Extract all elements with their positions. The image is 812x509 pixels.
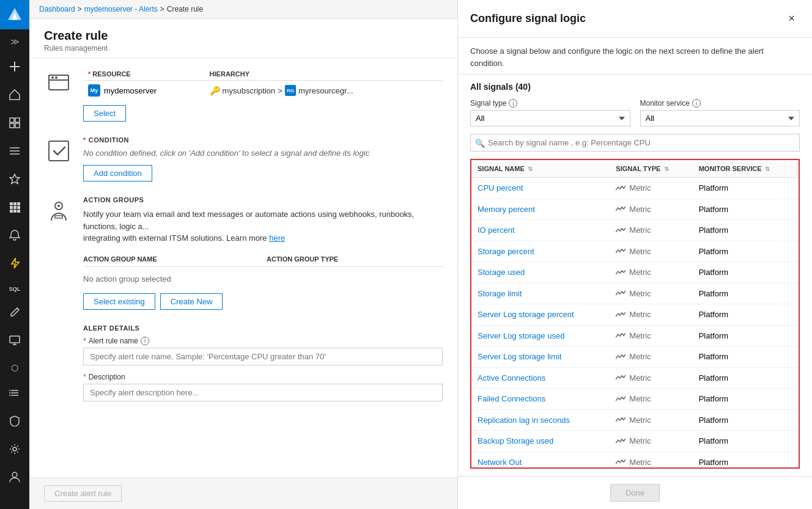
signal-name-cell: Backup Storage used	[471, 431, 610, 452]
signal-type-cell: Metric	[610, 262, 692, 284]
signal-name-link[interactable]: Storage used	[478, 268, 525, 277]
signal-name-link[interactable]: Active Connections	[478, 373, 545, 383]
signal-service-cell: Platform	[693, 199, 799, 220]
favorites-icon[interactable]	[0, 166, 29, 194]
signal-row[interactable]: CPU percent Metric Platform	[471, 178, 799, 199]
signal-name-sort-icon[interactable]: ⇅	[528, 166, 533, 172]
signal-row[interactable]: Backup Storage used Metric Platform	[471, 431, 799, 452]
sql-icon[interactable]: SQL	[0, 279, 29, 299]
select-existing-button[interactable]: Select existing	[83, 293, 155, 310]
signal-row[interactable]: Server Log storage used Metric Platform	[471, 325, 799, 346]
gear-icon[interactable]	[0, 436, 29, 464]
monitor-service-select[interactable]: All	[640, 110, 800, 126]
signal-row[interactable]: IO percent Metric Platform	[471, 220, 799, 241]
configure-signal-panel: Configure signal logic × Choose a signal…	[457, 0, 812, 509]
signal-type-select[interactable]: All	[470, 110, 630, 126]
signal-row[interactable]: Storage used Metric Platform	[471, 262, 799, 284]
svg-point-21	[51, 76, 54, 79]
signal-name-link[interactable]: Failed Connections	[478, 394, 545, 403]
signal-name-link[interactable]: Server Log storage used	[478, 331, 564, 340]
col-type-header: ACTION GROUP TYPE	[267, 255, 443, 263]
filters-row: Signal type i All Monitor service i All	[470, 99, 800, 126]
search-input[interactable]	[470, 134, 800, 152]
signal-row[interactable]: Network Out Metric Platform	[471, 452, 799, 469]
signal-name-link[interactable]: Storage limit	[478, 289, 522, 298]
metric-icon: Metric	[616, 436, 651, 445]
condition-text: No condition defined, click on 'Add cond…	[83, 148, 443, 158]
page-title: Create rule	[44, 29, 443, 43]
panel-content: All signals (40) Signal type i All Monit…	[458, 75, 812, 476]
signals-count: All signals (40)	[470, 82, 800, 92]
hexagon-icon[interactable]: ⬡	[0, 356, 29, 380]
expand-icon[interactable]: ≫	[0, 29, 29, 54]
monitor2-icon[interactable]	[0, 328, 29, 356]
breadcrumb-dashboard[interactable]: Dashboard	[39, 5, 75, 13]
description-input[interactable]	[83, 384, 443, 401]
signal-row[interactable]: Memory percent Metric Platform	[471, 199, 799, 220]
signal-row[interactable]: Storage percent Metric Platform	[471, 241, 799, 262]
signal-name-cell: Replication lag in seconds	[471, 409, 610, 431]
signal-name-link[interactable]: Memory percent	[478, 205, 535, 214]
svg-point-15	[9, 392, 10, 394]
signal-type-label: Signal type i	[470, 99, 630, 108]
signal-name-link[interactable]: Replication lag in seconds	[478, 416, 570, 425]
monitor-service-info-icon: i	[692, 99, 701, 108]
list2-icon[interactable]	[0, 380, 29, 408]
signal-name-link[interactable]: Server Log storage limit	[478, 352, 561, 361]
signal-name-link[interactable]: IO percent	[478, 225, 515, 235]
select-button[interactable]: Select	[83, 105, 126, 122]
notification-icon[interactable]	[0, 222, 29, 251]
metric-icon: Metric	[616, 352, 651, 361]
svg-point-22	[55, 76, 57, 79]
signal-name-cell: Storage percent	[471, 241, 610, 262]
create-new-button[interactable]: Create New	[160, 293, 223, 310]
svg-rect-1	[15, 118, 20, 122]
signal-type-cell: Metric	[610, 178, 692, 199]
grid-apps-icon[interactable]	[0, 194, 29, 222]
svg-point-14	[9, 390, 10, 391]
create-alert-rule-button[interactable]: Create alert rule	[44, 485, 122, 502]
azure-logo[interactable]	[0, 0, 29, 29]
signal-row[interactable]: Server Log storage limit Metric Platform	[471, 346, 799, 368]
signal-name-link[interactable]: Backup Storage used	[478, 436, 553, 445]
close-panel-button[interactable]: ×	[783, 10, 800, 27]
lightning-icon[interactable]	[0, 251, 29, 279]
signal-name-link[interactable]: Network Out	[478, 458, 522, 467]
add-icon[interactable]	[0, 54, 29, 82]
svg-rect-13	[10, 336, 20, 343]
action-groups-section: ACTION GROUPS Notify your team via email…	[44, 196, 443, 310]
resource-section-content: * RESOURCE HIERARCHY My mydemoserver	[83, 68, 443, 122]
signal-type-cell: Metric	[610, 409, 692, 431]
action-group-table-header: ACTION GROUP NAME ACTION GROUP TYPE	[83, 252, 443, 267]
done-button[interactable]: Done	[610, 484, 660, 502]
signal-row[interactable]: Server Log storage percent Metric Platfo…	[471, 304, 799, 326]
learn-more-link[interactable]: here	[269, 233, 285, 243]
shield-icon[interactable]	[0, 408, 29, 436]
signal-type-sort-icon[interactable]: ⇅	[664, 166, 669, 172]
search-icon: 🔍	[475, 138, 485, 147]
signal-row[interactable]: Active Connections Metric Platform	[471, 367, 799, 389]
signal-row[interactable]: Storage limit Metric Platform	[471, 283, 799, 304]
person-icon[interactable]	[0, 464, 29, 493]
monitor-service-sort-icon[interactable]: ⇅	[765, 166, 770, 172]
rule-name-input[interactable]	[83, 348, 443, 365]
menu-icon[interactable]	[0, 138, 29, 166]
breadcrumb-alerts[interactable]: mydemoserver - Alerts	[84, 5, 158, 13]
signal-row[interactable]: Replication lag in seconds Metric Platfo…	[471, 409, 799, 431]
signal-row[interactable]: Failed Connections Metric Platform	[471, 389, 799, 410]
svg-rect-5	[13, 202, 17, 205]
no-action-text: No action group selected	[83, 272, 443, 286]
home-icon[interactable]	[0, 82, 29, 110]
signal-name-link[interactable]: Storage percent	[478, 247, 534, 256]
metric-icon: Metric	[616, 416, 651, 425]
pencil-icon[interactable]	[0, 299, 29, 328]
signal-type-cell: Metric	[610, 241, 692, 262]
add-condition-button[interactable]: Add condition	[83, 165, 152, 181]
dashboard-icon[interactable]	[0, 110, 29, 138]
signal-name-link[interactable]: Server Log storage percent	[478, 310, 574, 319]
svg-rect-8	[13, 206, 17, 209]
signal-type-info-icon: i	[509, 99, 517, 108]
signal-name-link[interactable]: CPU percent	[478, 183, 523, 192]
metric-icon: Metric	[616, 289, 651, 298]
resource-icon	[44, 68, 73, 97]
